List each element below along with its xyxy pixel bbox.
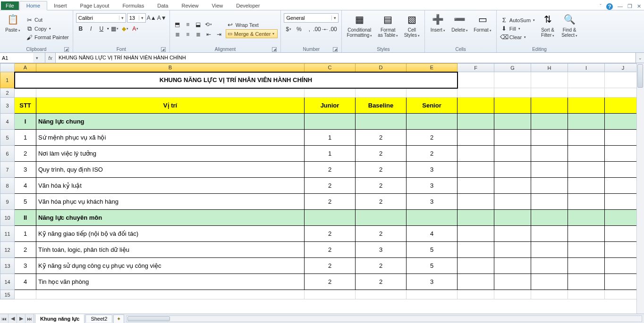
data-value[interactable]: 2 <box>356 226 407 242</box>
empty-cell[interactable] <box>568 290 605 299</box>
empty-cell[interactable] <box>568 194 605 210</box>
insert-function-button[interactable]: fx <box>45 53 56 63</box>
empty-cell[interactable] <box>494 210 531 226</box>
data-value[interactable]: 2 <box>305 274 356 290</box>
empty-cell[interactable] <box>605 98 642 114</box>
data-value[interactable]: 2 <box>305 226 356 242</box>
section-blank[interactable] <box>356 210 407 226</box>
data-value[interactable]: 3 <box>407 194 458 210</box>
sheet-nav-prev[interactable]: ◀ <box>8 314 17 323</box>
row-header[interactable]: 13 <box>0 258 15 274</box>
sheet-tab-active[interactable]: Khung năng lực <box>35 314 85 323</box>
data-name-cell[interactable]: Tính toán, logic, phân tích dữ liệu <box>36 242 305 258</box>
tab-developer[interactable]: Developer <box>229 1 266 10</box>
section-blank[interactable] <box>305 114 356 130</box>
font-name-input[interactable] <box>76 14 119 22</box>
format-painter-button[interactable]: 🖌Format Painter <box>25 33 70 41</box>
empty-cell[interactable] <box>605 242 642 258</box>
empty-cell[interactable] <box>356 88 407 98</box>
empty-cell[interactable] <box>568 178 605 194</box>
row-header[interactable]: 10 <box>0 210 15 226</box>
empty-cell[interactable] <box>605 178 642 194</box>
empty-cell[interactable] <box>36 88 305 98</box>
data-stt[interactable]: 2 <box>15 146 36 162</box>
col-header-F[interactable]: F <box>458 64 494 72</box>
empty-cell[interactable] <box>15 88 36 98</box>
cell-styles-button[interactable]: ▧Cell Styles <box>402 11 422 46</box>
conditional-formatting-button[interactable]: ▦Conditional Formatting <box>345 11 374 46</box>
empty-cell[interactable] <box>531 178 568 194</box>
empty-cell[interactable] <box>458 226 494 242</box>
data-value[interactable]: 3 <box>407 274 458 290</box>
data-value[interactable]: 2 <box>356 146 407 162</box>
empty-cell[interactable] <box>458 290 494 299</box>
row-header[interactable]: 7 <box>0 162 15 178</box>
empty-cell[interactable] <box>494 178 531 194</box>
vertical-scroll-thumb[interactable] <box>637 64 643 88</box>
chevron-down-icon[interactable]: ▾ <box>119 16 126 20</box>
row-header[interactable]: 4 <box>0 114 15 130</box>
decrease-indent-button[interactable]: ⇤ <box>204 30 213 39</box>
new-sheet-button[interactable]: ✦ <box>113 315 124 323</box>
empty-cell[interactable] <box>458 274 494 290</box>
worksheet-grid[interactable]: A B C D E F G H I J 1KHUNG NĂNG LỰC VỊ T… <box>0 63 644 314</box>
empty-cell[interactable] <box>494 98 531 114</box>
data-value[interactable]: 2 <box>407 130 458 146</box>
data-name-cell[interactable]: Quy trình, quy định ISO <box>36 162 305 178</box>
font-size-input[interactable] <box>127 14 139 22</box>
copy-button[interactable]: ⧉Copy▾ <box>25 25 70 33</box>
format-as-table-button[interactable]: ▤Format as Table <box>376 11 400 46</box>
empty-cell[interactable] <box>36 290 305 299</box>
empty-cell[interactable] <box>407 290 458 299</box>
align-top-button[interactable]: ⬒ <box>173 20 182 29</box>
empty-cell[interactable] <box>494 242 531 258</box>
format-cells-button[interactable]: ▭Format <box>472 11 493 46</box>
empty-cell[interactable] <box>305 88 356 98</box>
fill-button[interactable]: ⬇Fill▾ <box>500 25 536 33</box>
data-stt[interactable]: 4 <box>15 274 36 290</box>
autosum-button[interactable]: ΣAutoSum▾ <box>500 16 536 24</box>
row-header[interactable]: 1 <box>0 72 15 88</box>
stt-header[interactable]: STT <box>15 98 36 114</box>
empty-cell[interactable] <box>458 114 494 130</box>
empty-cell[interactable] <box>531 130 568 146</box>
empty-cell[interactable] <box>458 72 494 88</box>
empty-cell[interactable] <box>605 226 642 242</box>
empty-cell[interactable] <box>568 258 605 274</box>
row-header[interactable]: 8 <box>0 178 15 194</box>
empty-cell[interactable] <box>494 146 531 162</box>
clipboard-dialog-launcher[interactable]: ◢ <box>64 47 69 52</box>
sort-filter-button[interactable]: ⇅Sort & Filter <box>538 11 558 46</box>
empty-cell[interactable] <box>15 290 36 299</box>
name-box-input[interactable] <box>0 53 33 63</box>
empty-cell[interactable] <box>494 130 531 146</box>
data-value[interactable]: 2 <box>407 146 458 162</box>
empty-cell[interactable] <box>568 274 605 290</box>
formula-input[interactable] <box>56 53 636 63</box>
data-name-cell[interactable]: Văn hóa phục vụ khách hàng <box>36 194 305 210</box>
title-cell[interactable]: KHUNG NĂNG LỰC VỊ TRÍ NHÂN VIÊN HÀNH CHÍ… <box>15 72 458 88</box>
wrap-text-button[interactable]: ↩Wrap Text <box>226 21 278 29</box>
accounting-format-button[interactable]: $ <box>284 25 293 34</box>
empty-cell[interactable] <box>568 162 605 178</box>
underline-button[interactable]: U <box>97 24 106 33</box>
clear-button[interactable]: ⌫Clear▾ <box>500 33 536 41</box>
empty-cell[interactable] <box>531 210 568 226</box>
tab-file[interactable]: File <box>1 1 19 10</box>
senior-header[interactable]: Senior <box>407 98 458 114</box>
empty-cell[interactable] <box>458 146 494 162</box>
vertical-scrollbar[interactable] <box>636 63 644 314</box>
increase-font-button[interactable]: A▲ <box>147 13 156 23</box>
data-value[interactable]: 2 <box>305 258 356 274</box>
col-header-D[interactable]: D <box>356 64 407 72</box>
number-format-combo[interactable]: ▾ <box>284 13 339 23</box>
tab-data[interactable]: Data <box>151 1 175 10</box>
bold-button[interactable]: B <box>76 24 85 33</box>
data-value[interactable]: 2 <box>356 130 407 146</box>
data-value[interactable]: 2 <box>305 162 356 178</box>
empty-cell[interactable] <box>531 162 568 178</box>
data-value[interactable]: 2 <box>305 194 356 210</box>
empty-cell[interactable] <box>605 210 642 226</box>
empty-cell[interactable] <box>568 242 605 258</box>
cut-button[interactable]: ✂Cut <box>25 16 70 24</box>
